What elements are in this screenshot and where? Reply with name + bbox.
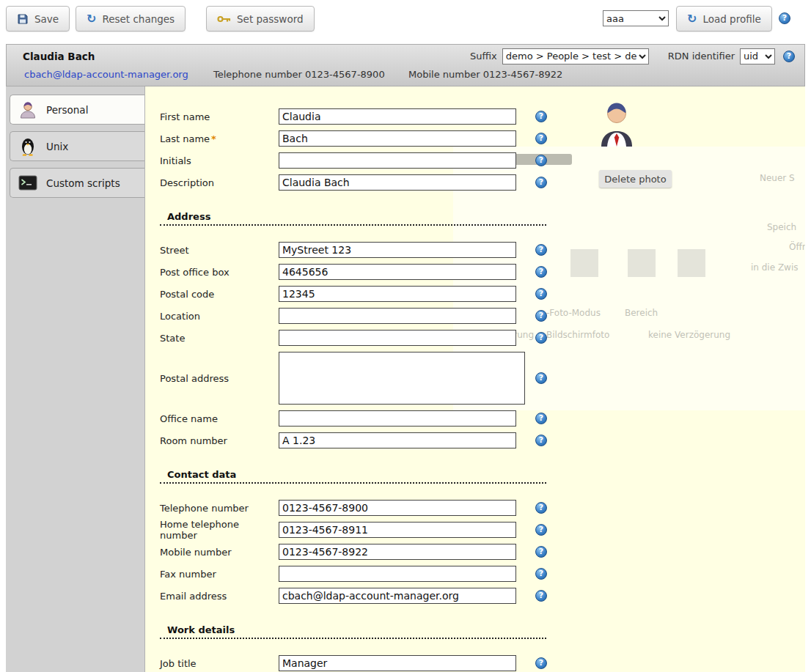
form-row: Postal address (160, 349, 600, 407)
help-icon[interactable] (783, 51, 795, 62)
form-row: Location (160, 305, 600, 327)
ghost-text: Speich (767, 222, 796, 232)
initials-label: Initials (160, 155, 279, 166)
location-input[interactable] (279, 308, 516, 324)
help-icon[interactable] (535, 413, 547, 424)
postal-code-input[interactable] (279, 286, 516, 302)
help-icon[interactable] (535, 244, 547, 256)
account-name: Claudia Bach (23, 51, 95, 62)
reset-changes-button[interactable]: ↻ Reset changes (76, 6, 186, 32)
mobile-number-input[interactable] (279, 544, 516, 560)
email-address-input[interactable] (279, 588, 516, 604)
form-row: Postal code (160, 283, 600, 305)
tab-personal-label: Personal (46, 104, 88, 116)
postal-code-label: Postal code (160, 289, 279, 300)
suffix-select[interactable]: demo > People > test > de (502, 48, 649, 64)
help-icon[interactable] (535, 155, 547, 166)
tab-unix[interactable]: Unix (10, 131, 144, 161)
tab-personal[interactable]: Personal (10, 95, 144, 125)
delete-photo-button[interactable]: Delete photo (599, 170, 672, 188)
street-input[interactable] (279, 242, 516, 258)
header-title-row: Claudia Bach Suffix demo > People > test… (7, 45, 804, 67)
description-label: Description (160, 177, 279, 188)
help-icon[interactable] (535, 266, 547, 278)
email-address-label: Email address (160, 591, 279, 602)
telephone-number-input[interactable] (279, 500, 516, 516)
street-label: Street (160, 245, 279, 256)
help-icon[interactable] (535, 435, 547, 446)
help-icon[interactable] (535, 546, 547, 558)
form-row: First name (160, 106, 600, 128)
initials-input[interactable] (279, 152, 516, 169)
office-name-input[interactable] (279, 410, 516, 427)
last-name-input[interactable] (279, 130, 516, 147)
telephone-number-label: Telephone number (160, 503, 279, 514)
first-name-input[interactable] (279, 108, 516, 125)
form-row: Initials (160, 149, 600, 171)
account-email-link[interactable]: cbach@ldap-account-manager.org (24, 69, 188, 80)
room-number-label: Room number (160, 435, 279, 446)
form-row: Office name (160, 407, 600, 429)
help-icon[interactable] (535, 111, 547, 122)
ghost-text: Öffne (789, 242, 805, 252)
ghost-text: keine Verzögerung (648, 330, 730, 340)
save-button[interactable]: Save (6, 6, 70, 32)
form-row: Mobile number (160, 541, 600, 563)
help-icon[interactable] (535, 332, 547, 344)
description-input[interactable] (279, 174, 516, 191)
address-section-heading: Address (160, 211, 546, 226)
ghost-text: in die Zwis (751, 262, 799, 273)
room-number-input[interactable] (279, 432, 516, 448)
home-telephone-number-input[interactable] (279, 522, 516, 538)
profile-select[interactable]: aaa (603, 10, 669, 26)
job-title-input[interactable] (279, 655, 516, 671)
form-row: Room number (160, 429, 600, 451)
set-password-button[interactable]: Set password (206, 6, 315, 32)
ghost-text: Neuer S (760, 173, 795, 183)
tab-unix-label: Unix (46, 141, 68, 152)
state-label: State (160, 333, 279, 344)
help-icon[interactable] (535, 372, 547, 384)
help-icon[interactable] (535, 177, 547, 188)
save-label: Save (34, 13, 59, 25)
fax-number-label: Fax number (160, 569, 279, 580)
help-icon[interactable] (535, 524, 547, 536)
person-icon (17, 99, 39, 121)
fax-number-input[interactable] (279, 566, 516, 582)
terminal-icon (17, 172, 39, 194)
rdn-select[interactable]: uid (740, 48, 775, 64)
job-title-label: Job title (160, 658, 279, 669)
help-icon[interactable] (535, 502, 547, 514)
help-icon[interactable] (779, 12, 790, 24)
help-icon[interactable] (535, 288, 547, 300)
suffix-label: Suffix (470, 51, 497, 62)
help-icon[interactable] (535, 133, 547, 144)
form-row: Fax number (160, 563, 600, 585)
account-mobile: Mobile number 0123-4567-8922 (408, 69, 562, 80)
contact-section-heading: Contact data (160, 469, 546, 484)
form-row: Street (160, 239, 600, 261)
help-icon[interactable] (535, 568, 547, 580)
required-marker: * (211, 133, 216, 144)
tab-custom-scripts-label: Custom scripts (46, 177, 120, 189)
form-row: Email address (160, 585, 600, 607)
user-photo[interactable] (600, 101, 634, 150)
help-icon[interactable] (535, 657, 547, 669)
help-icon[interactable] (535, 310, 547, 322)
ghost-text: Bereich (625, 308, 658, 318)
mobile-number-label: Mobile number (160, 547, 279, 558)
form-row: Post office box (160, 261, 600, 283)
load-profile-button[interactable]: ↻ Load profile (676, 6, 772, 32)
form-row: State (160, 327, 600, 349)
ghost-swatch (678, 249, 705, 277)
last-name-label: Last name* (160, 133, 279, 144)
ghost-swatch (628, 249, 656, 277)
tab-custom-scripts[interactable]: Custom scripts (10, 168, 144, 198)
state-input[interactable] (279, 330, 516, 346)
postal-address-textarea[interactable] (279, 352, 525, 405)
help-icon[interactable] (535, 590, 547, 602)
account-telephone: Telephone number 0123-4567-8900 (213, 69, 385, 80)
set-password-label: Set password (237, 13, 304, 25)
post-office-box-input[interactable] (279, 264, 516, 280)
form-row: Job title (160, 652, 600, 672)
